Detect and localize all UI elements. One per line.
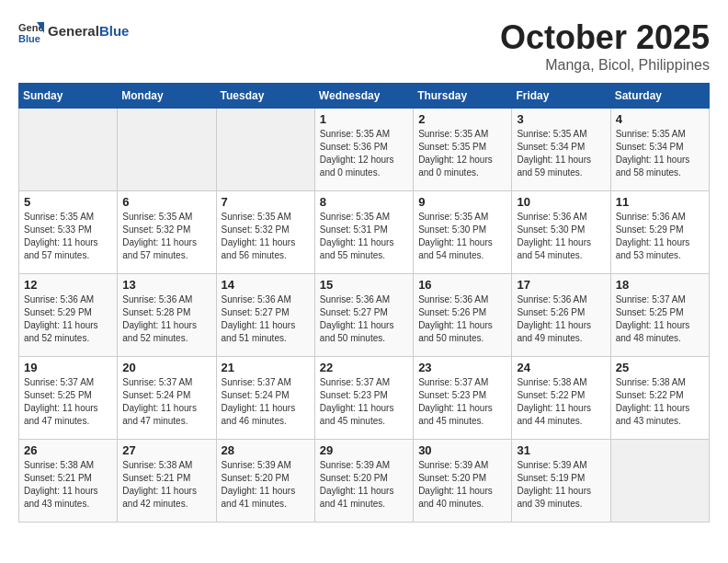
calendar-cell: 22 Sunrise: 5:37 AM Sunset: 5:23 PM Dayl… (314, 357, 413, 440)
sunset-text: Sunset: 5:36 PM (320, 141, 408, 154)
day-info: Sunrise: 5:38 AM Sunset: 5:22 PM Dayligh… (517, 376, 605, 428)
day-info: Sunrise: 5:38 AM Sunset: 5:22 PM Dayligh… (616, 376, 704, 428)
day-number: 10 (517, 195, 605, 209)
weekday-header: Saturday (610, 84, 709, 109)
sunset-text: Sunset: 5:23 PM (320, 389, 408, 402)
sunrise-text: Sunrise: 5:35 AM (616, 128, 704, 141)
day-number: 4 (616, 112, 704, 126)
daylight-text: Daylight: 11 hours and 41 minutes. (320, 485, 408, 511)
day-number: 30 (418, 443, 506, 457)
daylight-text: Daylight: 11 hours and 53 minutes. (616, 236, 704, 262)
sunset-text: Sunset: 5:30 PM (418, 224, 506, 236)
calendar-cell: 29 Sunrise: 5:39 AM Sunset: 5:20 PM Dayl… (314, 440, 413, 523)
calendar-cell: 17 Sunrise: 5:36 AM Sunset: 5:26 PM Dayl… (512, 274, 610, 357)
day-info: Sunrise: 5:39 AM Sunset: 5:20 PM Dayligh… (320, 459, 408, 511)
weekday-header-row: SundayMondayTuesdayWednesdayThursdayFrid… (19, 84, 710, 109)
sunset-text: Sunset: 5:26 PM (517, 306, 605, 319)
calendar-cell (19, 109, 118, 191)
sunrise-text: Sunrise: 5:37 AM (24, 376, 112, 389)
sunset-text: Sunset: 5:29 PM (616, 224, 704, 236)
calendar-cell: 27 Sunrise: 5:38 AM Sunset: 5:21 PM Dayl… (118, 440, 216, 523)
daylight-text: Daylight: 11 hours and 39 minutes. (517, 485, 605, 511)
day-info: Sunrise: 5:37 AM Sunset: 5:24 PM Dayligh… (122, 376, 210, 428)
calendar-cell: 26 Sunrise: 5:38 AM Sunset: 5:21 PM Dayl… (19, 440, 118, 523)
daylight-text: Daylight: 11 hours and 51 minutes. (222, 319, 310, 345)
sunrise-text: Sunrise: 5:37 AM (320, 376, 408, 389)
calendar-cell: 7 Sunrise: 5:35 AM Sunset: 5:32 PM Dayli… (216, 191, 314, 274)
day-number: 13 (122, 278, 210, 292)
day-info: Sunrise: 5:35 AM Sunset: 5:31 PM Dayligh… (320, 211, 408, 262)
day-number: 27 (122, 443, 210, 457)
daylight-text: Daylight: 11 hours and 49 minutes. (517, 319, 605, 345)
day-info: Sunrise: 5:35 AM Sunset: 5:32 PM Dayligh… (122, 211, 210, 262)
day-info: Sunrise: 5:37 AM Sunset: 5:25 PM Dayligh… (616, 293, 704, 345)
day-info: Sunrise: 5:39 AM Sunset: 5:19 PM Dayligh… (517, 459, 605, 511)
sunset-text: Sunset: 5:25 PM (616, 306, 704, 319)
calendar-cell: 1 Sunrise: 5:35 AM Sunset: 5:36 PM Dayli… (314, 109, 413, 191)
sunrise-text: Sunrise: 5:35 AM (122, 211, 210, 224)
daylight-text: Daylight: 11 hours and 43 minutes. (24, 485, 112, 511)
daylight-text: Daylight: 11 hours and 43 minutes. (616, 402, 704, 428)
calendar-cell: 12 Sunrise: 5:36 AM Sunset: 5:29 PM Dayl… (19, 274, 118, 357)
calendar-cell: 18 Sunrise: 5:37 AM Sunset: 5:25 PM Dayl… (610, 274, 709, 357)
sunrise-text: Sunrise: 5:38 AM (517, 376, 605, 389)
day-info: Sunrise: 5:36 AM Sunset: 5:29 PM Dayligh… (616, 211, 704, 262)
calendar-cell: 2 Sunrise: 5:35 AM Sunset: 5:35 PM Dayli… (414, 109, 512, 191)
calendar-week-row: 26 Sunrise: 5:38 AM Sunset: 5:21 PM Dayl… (19, 440, 710, 523)
sunset-text: Sunset: 5:24 PM (122, 389, 210, 402)
day-info: Sunrise: 5:36 AM Sunset: 5:27 PM Dayligh… (320, 293, 408, 345)
daylight-text: Daylight: 11 hours and 58 minutes. (616, 154, 704, 179)
calendar-cell: 13 Sunrise: 5:36 AM Sunset: 5:28 PM Dayl… (118, 274, 216, 357)
calendar-cell: 16 Sunrise: 5:36 AM Sunset: 5:26 PM Dayl… (414, 274, 512, 357)
day-number: 5 (24, 195, 112, 209)
day-number: 15 (320, 278, 408, 292)
sunrise-text: Sunrise: 5:36 AM (24, 293, 112, 306)
sunset-text: Sunset: 5:26 PM (418, 306, 506, 319)
sunset-text: Sunset: 5:20 PM (418, 472, 506, 485)
logo-icon: General Blue (18, 18, 44, 44)
day-number: 31 (517, 443, 605, 457)
daylight-text: Daylight: 11 hours and 45 minutes. (320, 402, 408, 428)
sunset-text: Sunset: 5:27 PM (222, 306, 310, 319)
calendar-cell: 10 Sunrise: 5:36 AM Sunset: 5:30 PM Dayl… (512, 191, 610, 274)
daylight-text: Daylight: 11 hours and 52 minutes. (122, 319, 210, 345)
sunrise-text: Sunrise: 5:36 AM (517, 211, 605, 224)
day-info: Sunrise: 5:35 AM Sunset: 5:32 PM Dayligh… (222, 211, 310, 262)
sunset-text: Sunset: 5:28 PM (122, 306, 210, 319)
logo-general: General (48, 23, 99, 39)
calendar-cell: 9 Sunrise: 5:35 AM Sunset: 5:30 PM Dayli… (414, 191, 512, 274)
sunrise-text: Sunrise: 5:38 AM (122, 459, 210, 472)
daylight-text: Daylight: 11 hours and 46 minutes. (222, 402, 310, 428)
calendar-cell (610, 440, 709, 523)
day-number: 21 (222, 361, 310, 374)
logo-blue: Blue (99, 23, 130, 39)
sunset-text: Sunset: 5:22 PM (616, 389, 704, 402)
calendar-cell: 23 Sunrise: 5:37 AM Sunset: 5:23 PM Dayl… (414, 357, 512, 440)
sunrise-text: Sunrise: 5:35 AM (222, 211, 310, 224)
day-info: Sunrise: 5:36 AM Sunset: 5:26 PM Dayligh… (418, 293, 506, 345)
sunset-text: Sunset: 5:35 PM (418, 141, 506, 154)
sunrise-text: Sunrise: 5:39 AM (517, 459, 605, 472)
daylight-text: Daylight: 11 hours and 44 minutes. (517, 402, 605, 428)
day-number: 2 (418, 112, 506, 126)
location-title: Manga, Bicol, Philippines (500, 57, 710, 74)
day-info: Sunrise: 5:36 AM Sunset: 5:30 PM Dayligh… (517, 211, 605, 262)
day-info: Sunrise: 5:35 AM Sunset: 5:36 PM Dayligh… (320, 128, 408, 179)
day-info: Sunrise: 5:35 AM Sunset: 5:35 PM Dayligh… (418, 128, 506, 179)
daylight-text: Daylight: 11 hours and 41 minutes. (222, 485, 310, 511)
daylight-text: Daylight: 11 hours and 47 minutes. (122, 402, 210, 428)
calendar-cell: 15 Sunrise: 5:36 AM Sunset: 5:27 PM Dayl… (314, 274, 413, 357)
sunset-text: Sunset: 5:31 PM (320, 224, 408, 236)
sunset-text: Sunset: 5:30 PM (517, 224, 605, 236)
sunset-text: Sunset: 5:27 PM (320, 306, 408, 319)
daylight-text: Daylight: 11 hours and 47 minutes. (24, 402, 112, 428)
weekday-header: Monday (118, 84, 216, 109)
sunrise-text: Sunrise: 5:35 AM (320, 128, 408, 141)
day-info: Sunrise: 5:38 AM Sunset: 5:21 PM Dayligh… (24, 459, 112, 511)
sunset-text: Sunset: 5:29 PM (24, 306, 112, 319)
daylight-text: Daylight: 11 hours and 50 minutes. (418, 319, 506, 345)
day-info: Sunrise: 5:37 AM Sunset: 5:23 PM Dayligh… (418, 376, 506, 428)
day-number: 8 (320, 195, 408, 209)
sunset-text: Sunset: 5:20 PM (320, 472, 408, 485)
month-title: October 2025 (500, 18, 710, 57)
